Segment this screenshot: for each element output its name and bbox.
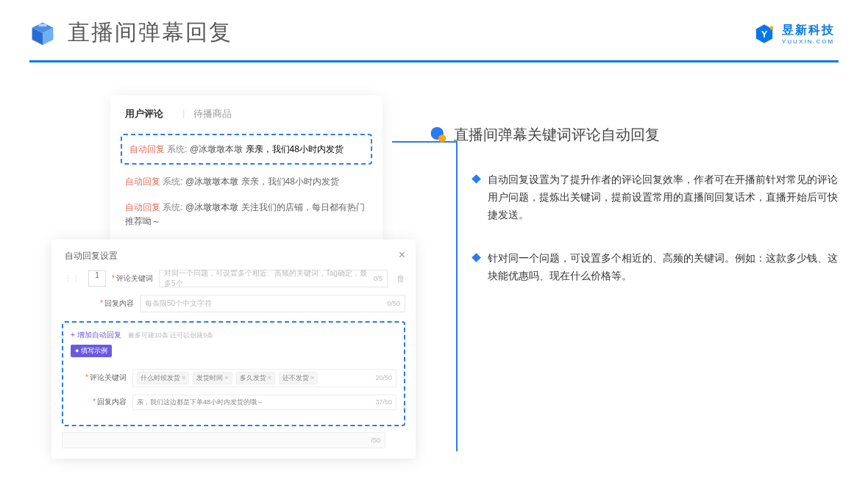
diamond-icon (472, 254, 481, 263)
auto-reply-label: 自动回复 (125, 176, 160, 187)
brand-name-cn: 昱新科技 (782, 23, 835, 38)
tag-item[interactable]: 多久发货× (236, 372, 275, 384)
comment-text: 亲亲，我们48小时内发货 (246, 144, 344, 154)
tag-item[interactable]: 什么时候发货× (137, 372, 189, 384)
brand-icon: Y (753, 22, 776, 46)
diamond-icon (472, 174, 481, 184)
settings-card: 自动回复设置 × ⋮⋮ 1 *评论关键词 对同一个问题，可设置多个相近、高频的关… (51, 240, 416, 459)
svg-point-5 (769, 26, 773, 30)
tab-divider: | (182, 107, 185, 121)
trash-icon[interactable]: 🗑 (396, 273, 405, 284)
mention-name: @冰墩墩本墩 (190, 144, 243, 154)
extra-input[interactable]: /50 (62, 432, 385, 448)
section-title: 直播间弹幕关键词评论自动回复 (429, 125, 839, 145)
add-reply-link[interactable]: + 增加自动回复 (71, 331, 121, 339)
close-icon[interactable]: × (399, 248, 405, 262)
example-keyword-label: *评论关键词 (85, 373, 127, 383)
tab-pending-products[interactable]: 待播商品 (193, 107, 232, 121)
settings-title: 自动回复设置 (62, 250, 405, 262)
tab-user-comments[interactable]: 用户评论 (125, 107, 163, 121)
reply-label: *回复内容 (93, 298, 134, 309)
example-keyword-input[interactable]: 什么时候发货× 发货时间× 多久发货× 还不发货× 20/50 (132, 369, 396, 387)
order-input[interactable]: 1 (88, 270, 106, 287)
example-reply-label: *回复内容 (85, 397, 127, 407)
bullet-point: 自动回复设置为了提升作者的评论回复效率，作者可在开播前针对常见的评论用户问题，提… (473, 171, 839, 223)
example-reply-input[interactable]: 亲，我们这边都是下单48小时内发货的哦～ 37/50 (132, 395, 396, 410)
comment-item: 自动回复 系统: @冰墩墩本墩 亲亲，我们48小时内发货 (110, 169, 383, 195)
auto-reply-label: 自动回复 (129, 144, 165, 154)
svg-marker-3 (39, 24, 47, 26)
highlighted-comment: 自动回复 系统: @冰墩墩本墩 亲亲，我们48小时内发货 (121, 134, 372, 165)
char-counter: 0/5 (373, 275, 383, 282)
cube-icon (29, 20, 56, 46)
brand-logo: Y 昱新科技 YUUXIN.COM (753, 22, 835, 46)
comment-item: 自动回复 系统: @冰墩墩本墩 关注我们的店铺，每日都有热门推荐呦～ (110, 195, 383, 234)
bullet-point: 针对同一个问题，可设置多个相近的、高频的关键词。例如：这款多少钱、这块能优惠吗、… (473, 250, 839, 285)
svg-text:Y: Y (761, 29, 768, 40)
char-counter: 20/50 (375, 374, 392, 381)
page-title: 直播间弹幕回复 (68, 18, 232, 48)
header-divider (29, 60, 839, 62)
comment-text: 亲亲，我们48小时内发货 (241, 176, 339, 187)
brand-name-en: YUUXIN.COM (782, 38, 835, 45)
placeholder-text: 每条限50个中文字符 (145, 298, 212, 309)
example-reply-value: 亲，我们这边都是下单48小时内发货的哦～ (137, 398, 263, 407)
svg-point-7 (438, 134, 446, 142)
system-label: 系统: (163, 202, 182, 212)
mention-name: @冰墩墩本墩 (185, 176, 238, 187)
chat-icon (429, 126, 448, 145)
placeholder-text: 对同一个问题，可设置多个相近、高频的关键词，Tag确定，最多5个 (164, 268, 373, 289)
comments-card: 用户评论 | 待播商品 自动回复 系统: @冰墩墩本墩 亲亲，我们48小时内发货… (110, 96, 383, 247)
mention-name: @冰墩墩本墩 (185, 202, 238, 212)
system-label: 系统: (163, 176, 182, 187)
add-hint: 最多可建10条 还可以创建9条 (128, 331, 214, 339)
reply-input[interactable]: 每条限50个中文字符 0/50 (140, 295, 405, 312)
tag-item[interactable]: 发货时间× (193, 372, 232, 384)
example-section: + 增加自动回复 最多可建10条 还可以创建9条 ● 填写示例 *评论关键词 什… (62, 321, 405, 426)
auto-reply-label: 自动回复 (125, 202, 160, 212)
drag-handle-icon[interactable]: ⋮⋮ (62, 274, 82, 282)
char-counter: 37/50 (375, 398, 392, 406)
keyword-label: *评论关键词 (112, 273, 153, 284)
comment-text: 关注我们的店铺，每日都有热门推荐呦～ (125, 202, 365, 226)
example-badge: ● 填写示例 (71, 345, 112, 357)
system-label: 系统: (167, 144, 187, 154)
char-counter: /50 (371, 437, 380, 444)
tag-item[interactable]: 还不发货× (279, 372, 318, 384)
char-counter: 0/50 (387, 300, 400, 307)
keyword-input[interactable]: 对同一个问题，可设置多个相近、高频的关键词，Tag确定，最多5个 0/5 (159, 270, 388, 287)
